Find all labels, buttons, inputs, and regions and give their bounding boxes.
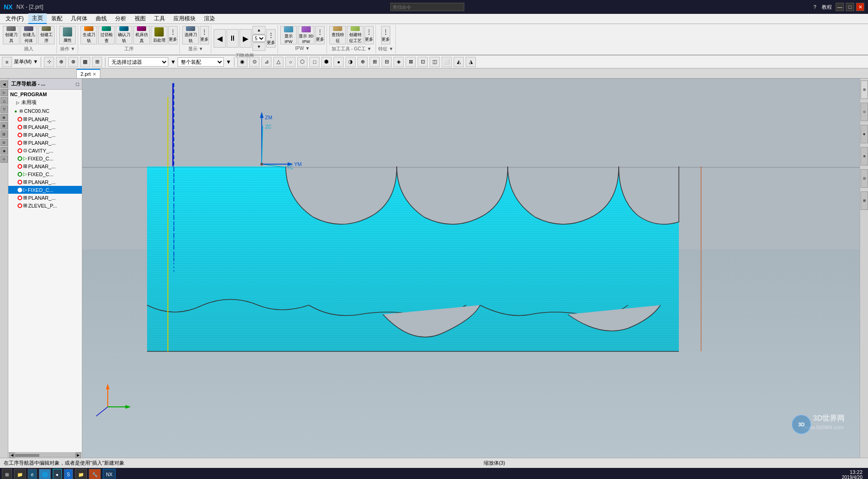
taskbar-circle[interactable]: ● — [53, 469, 62, 479]
help-btn[interactable]: ? — [812, 4, 818, 10]
generate-toolpath-btn[interactable]: 生成刀轨 — [80, 26, 97, 44]
play-back-btn[interactable]: ◀ — [214, 29, 226, 48]
show-3d-ipw-btn[interactable]: 显示 3D IPW — [298, 26, 314, 44]
nav-planar-5[interactable]: ⊞ PLANAR_... — [8, 162, 82, 170]
nav-planar-4[interactable]: ⊞ PLANAR_... — [8, 139, 82, 147]
nav-fixed-1[interactable]: ▷ FIXED_C... — [8, 154, 82, 162]
speed-down-btn[interactable]: ▼ — [252, 43, 265, 51]
close-btn[interactable]: ✕ — [856, 3, 864, 11]
properties-btn[interactable]: 属性 — [59, 26, 76, 44]
speed-up-btn[interactable]: ▲ — [252, 26, 265, 34]
vis-btn12[interactable]: ⊞ — [369, 57, 380, 67]
menu-toggle-btn[interactable]: ≡ — [2, 57, 12, 67]
machine-sim-btn[interactable]: 机床仿真 — [133, 26, 150, 44]
command-search[interactable] — [390, 3, 464, 11]
taskbar-folder2[interactable]: 📁 — [75, 469, 87, 479]
tab-close-btn[interactable]: ✕ — [92, 72, 96, 77]
nav-planar-3[interactable]: ⊞ PLANAR_... — [8, 131, 82, 139]
right-icon-1[interactable]: ⊞ — [861, 80, 868, 99]
create-operation-btn[interactable]: 创建工序 — [38, 26, 55, 44]
speed-select[interactable]: 5 — [252, 35, 265, 42]
vis-btn3[interactable]: ⊿ — [261, 57, 271, 67]
assembly-select[interactable]: 整个装配 — [178, 57, 224, 67]
vis-btn7[interactable]: □ — [309, 57, 320, 67]
snap-btn[interactable]: ⊹ — [44, 57, 54, 67]
nav-planar-1[interactable]: ⊞ PLANAR_... — [8, 115, 82, 123]
left-icon-1[interactable]: ◀ — [0, 80, 8, 88]
pause-btn[interactable]: ⏸ — [227, 29, 239, 48]
nav-cavity[interactable]: ⊙ CAVITY_... — [8, 147, 82, 154]
vis-btn13[interactable]: ⊟ — [382, 57, 392, 67]
scroll-thumb[interactable] — [15, 454, 39, 457]
left-icon-4[interactable]: ▽ — [0, 105, 8, 113]
create-geometry-btn[interactable]: 创建几何体 — [20, 26, 37, 44]
show-ipw-btn[interactable]: 显示 IPW — [280, 26, 297, 44]
right-icon-2[interactable]: ⊙ — [861, 103, 868, 121]
vis-btn20[interactable]: ◮ — [466, 57, 476, 67]
vis-btn10[interactable]: ◑ — [345, 57, 356, 67]
create-feature-process-btn[interactable]: 创建特征工艺 — [347, 26, 363, 44]
left-icon-5[interactable]: ⊕ — [0, 114, 8, 121]
snap2-btn[interactable]: ⊕ — [56, 57, 66, 67]
menu-analysis[interactable]: 分析 — [111, 14, 130, 24]
nav-unused[interactable]: ▷ 未用项 — [8, 98, 82, 107]
maximize-btn[interactable]: □ — [846, 3, 854, 11]
nav-fixed-selected[interactable]: ▷ FIXED_C... — [8, 186, 82, 194]
scroll-right-btn[interactable]: ▶ — [75, 453, 81, 458]
taskbar-explorer[interactable]: 📁 — [14, 469, 26, 479]
vis-btn18[interactable]: ⬜ — [442, 57, 452, 67]
nav-cnc00[interactable]: ● ⊞ CNC00.NC — [8, 107, 82, 115]
tutorial-btn[interactable]: 教程 — [820, 4, 834, 11]
menu-curve[interactable]: 曲线 — [92, 14, 111, 24]
menu-file[interactable]: 文件(F) — [2, 14, 27, 24]
viewport[interactable]: ZM ZC YC YM — [82, 79, 860, 458]
left-icon-9[interactable]: ◈ — [0, 147, 8, 154]
vis-btn1[interactable]: ◉ — [237, 57, 247, 67]
overcut-check-btn[interactable]: 过切检查 — [98, 26, 115, 44]
navigator-collapse-btn[interactable]: □ — [76, 81, 79, 87]
nav-planar-2[interactable]: ⊞ PLANAR_... — [8, 123, 82, 131]
right-icon-6[interactable]: ⊠ — [861, 191, 868, 210]
ops-more-btn[interactable]: ⋮ 更多 — [168, 26, 178, 44]
special-more-btn[interactable]: ⋮ 更多 — [381, 26, 390, 44]
play-btn[interactable]: ▶ — [240, 29, 252, 48]
vis-btn17[interactable]: ◫ — [430, 57, 440, 67]
verify-toolpath-btn[interactable]: 确认刀轨 — [116, 26, 132, 44]
create-tool-btn[interactable]: 创建刀具 — [3, 26, 19, 44]
find-feature-btn[interactable]: 查找特征 — [329, 26, 346, 44]
vis-btn8[interactable]: ⬢ — [321, 57, 332, 67]
vis-btn14[interactable]: ◈ — [394, 57, 404, 67]
right-icon-5[interactable]: ⊟ — [861, 169, 868, 188]
anim-more-btn[interactable]: ⋮ 更多 — [266, 29, 276, 48]
vis-btn9[interactable]: ● — [333, 57, 344, 67]
vis-btn4[interactable]: △ — [273, 57, 283, 67]
left-icon-8[interactable]: ⊙ — [0, 139, 8, 146]
taskbar-ie[interactable]: e — [28, 469, 37, 479]
left-icon-2[interactable]: ▷ — [0, 89, 8, 96]
vis-btn19[interactable]: ◭ — [454, 57, 464, 67]
display-more-btn[interactable]: ⋮ 更多 — [200, 26, 209, 44]
taskbar-skype[interactable]: S — [64, 469, 74, 479]
nav-zlevel[interactable]: ⊞ ZLEVEL_P... — [8, 202, 82, 209]
scroll-track[interactable] — [15, 454, 75, 457]
right-icon-3[interactable]: ◈ — [861, 125, 868, 143]
start-btn[interactable]: ⊞ — [2, 469, 12, 479]
menu-assembly[interactable]: 装配 — [48, 14, 66, 24]
menu-tools[interactable]: 工具 — [150, 14, 169, 24]
right-icon-4[interactable]: ⊕ — [861, 147, 868, 166]
filter-select[interactable]: 无选择过滤器 — [108, 57, 168, 67]
select-toolpath-btn[interactable]: 选择刀轨 — [182, 26, 199, 44]
vis-btn5[interactable]: ○ — [285, 57, 295, 67]
taskbar-nx[interactable]: NX — [103, 469, 116, 479]
left-icon-7[interactable]: ⊟ — [0, 130, 8, 138]
feat-more-btn[interactable]: ⋮ 更多 — [364, 26, 374, 44]
minimize-btn[interactable]: — — [836, 3, 844, 11]
snap3-btn[interactable]: ⊗ — [68, 57, 78, 67]
menu-geometry[interactable]: 几何体 — [67, 14, 91, 24]
nav-planar-6[interactable]: ⊞ PLANAR_... — [8, 178, 82, 186]
snap5-btn[interactable]: ⊞ — [92, 57, 102, 67]
ipw-more-btn[interactable]: ⋮ 更多 — [315, 26, 325, 44]
menu-render[interactable]: 渲染 — [200, 14, 219, 24]
tab-2prt[interactable]: 2.prt ✕ — [76, 69, 100, 78]
vis-btn2[interactable]: ⊙ — [249, 57, 259, 67]
